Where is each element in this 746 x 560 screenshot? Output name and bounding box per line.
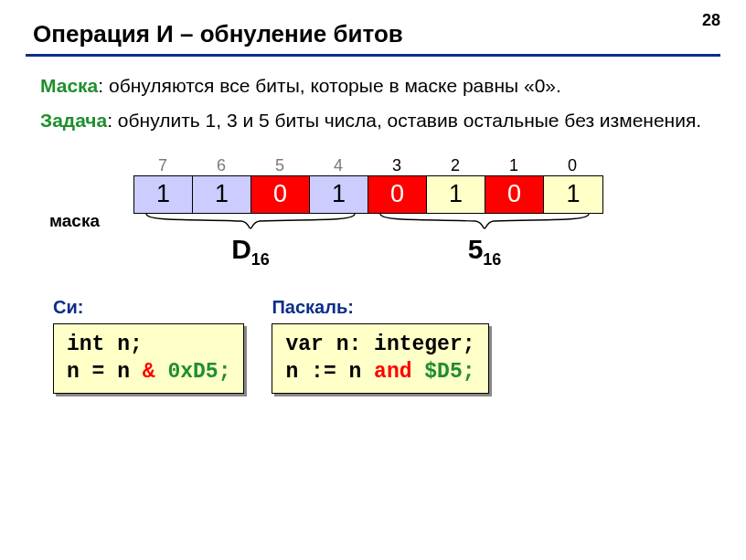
mask-keyword: Маска	[40, 75, 98, 96]
p-op: and	[374, 360, 411, 384]
task-paragraph: Задача: обнулить 1, 3 и 5 биты числа, ос…	[40, 108, 706, 133]
mask-label: маска	[49, 211, 133, 231]
pascal-column: Паскаль: var n: integer; n := n and $D5;	[272, 297, 488, 395]
pascal-label: Паскаль:	[272, 297, 488, 318]
mask-paragraph: Маска: обнуляются все биты, которые в ма…	[40, 73, 706, 99]
bit-pos-6: 6	[192, 156, 250, 175]
c-label: Си:	[53, 297, 244, 318]
mask-diagram: маска 7 6 5 4 3 2 1 0 1 1 0 1 0 1 0 1	[49, 156, 706, 269]
pascal-code-box: var n: integer; n := n and $D5;	[272, 323, 488, 395]
mask-text: : обнуляются все биты, которые в маске р…	[98, 75, 561, 96]
bit-cell-1: 0	[485, 176, 544, 213]
task-keyword: Задача	[40, 110, 107, 131]
hex-label-low: 516	[468, 234, 502, 269]
c-code-box: int n; n = n & 0xD5;	[53, 323, 244, 395]
code-section: Си: int n; n = n & 0xD5; Паскаль: var n:…	[53, 297, 706, 395]
braces: D16 516	[133, 212, 603, 269]
c-line2: n = n & 0xD5;	[67, 359, 230, 386]
brace-svg-low	[375, 212, 594, 232]
bits-wrap: 7 6 5 4 3 2 1 0 1 1 0 1 0 1 0 1	[133, 156, 603, 269]
bit-pos-1: 1	[485, 156, 543, 175]
content: Маска: обнуляются все биты, которые в ма…	[0, 57, 746, 394]
brace-high: D16	[133, 212, 368, 269]
bit-cells: 1 1 0 1 0 1 0 1	[133, 175, 603, 214]
hex-label-high: D16	[231, 234, 270, 269]
bit-cell-3: 0	[368, 176, 427, 213]
brace-svg-high	[141, 212, 360, 232]
brace-low: 516	[368, 212, 602, 269]
bit-pos-0: 0	[543, 156, 602, 175]
bit-cell-5: 0	[251, 176, 310, 213]
p-line2: n := n and $D5;	[285, 359, 474, 386]
p-hex: $D5;	[412, 360, 475, 384]
bit-positions: 7 6 5 4 3 2 1 0	[133, 156, 603, 175]
bit-cell-2: 1	[427, 176, 485, 213]
c-column: Си: int n; n = n & 0xD5;	[53, 297, 244, 395]
p-line1: var n: integer;	[285, 332, 474, 359]
bit-cell-4: 1	[310, 176, 368, 213]
c-op: &	[143, 360, 155, 384]
bit-cell-6: 1	[193, 176, 251, 213]
c-line1: int n;	[67, 332, 230, 359]
page-title: Операция И – обнуление битов	[0, 0, 746, 54]
bit-cell-0: 1	[544, 176, 602, 213]
bit-pos-7: 7	[133, 156, 192, 175]
bit-cell-7: 1	[134, 176, 193, 213]
task-text: : обнулить 1, 3 и 5 биты числа, оставив …	[107, 110, 701, 131]
bit-pos-2: 2	[426, 156, 485, 175]
bit-pos-3: 3	[368, 156, 426, 175]
c-hex: 0xD5;	[155, 360, 231, 384]
bit-pos-5: 5	[250, 156, 309, 175]
bit-pos-4: 4	[309, 156, 368, 175]
page-number: 28	[702, 11, 720, 30]
